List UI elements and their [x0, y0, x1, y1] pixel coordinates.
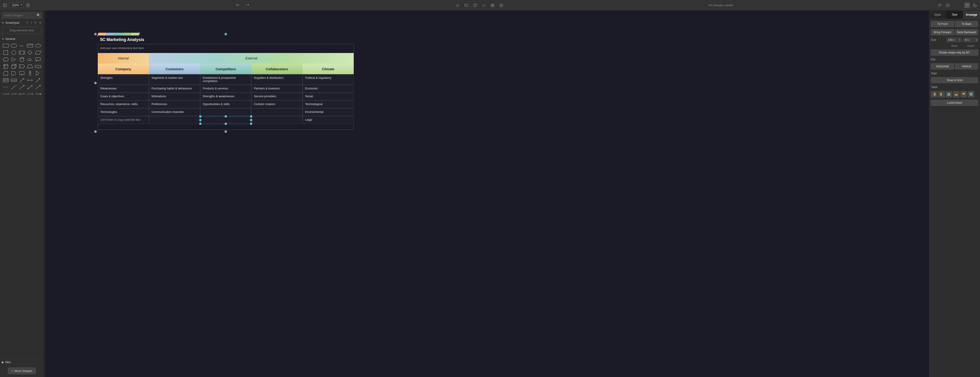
general-header[interactable]: ▼ General — [0, 36, 44, 41]
shape-connector-3[interactable] — [18, 91, 25, 97]
comment-icon[interactable] — [945, 3, 950, 8]
delete-row-icon[interactable]: ✕ — [968, 91, 974, 97]
tab-style[interactable]: Style — [929, 11, 946, 19]
shape-cube[interactable] — [10, 63, 17, 69]
stepper-up-icon[interactable]: ▲ — [975, 38, 977, 40]
table-cell[interactable]: Preferences — [149, 100, 200, 108]
col-climate[interactable]: Climate — [302, 63, 354, 74]
stepper-down-icon[interactable]: ▼ — [975, 40, 977, 41]
zoom-select[interactable]: 100% — [10, 3, 23, 8]
tab-text[interactable]: Text — [946, 11, 963, 19]
selection-handle[interactable] — [94, 33, 97, 35]
magic-icon[interactable] — [964, 3, 970, 8]
stepper-down-icon[interactable]: ▼ — [959, 40, 961, 41]
redo-icon[interactable] — [245, 3, 250, 8]
shape-hexagon[interactable] — [2, 57, 9, 62]
table-cell[interactable]: Strengths — [98, 74, 149, 85]
selection-handle[interactable] — [199, 116, 201, 117]
shape-card[interactable] — [2, 71, 9, 76]
collapse-icon[interactable]: ▼ — [2, 38, 4, 40]
table-cell[interactable]: Resources, experience, skills — [98, 100, 149, 108]
help-icon[interactable]: ? — [26, 21, 29, 24]
shape-connector-2[interactable] — [10, 91, 17, 97]
diagram[interactable]: 5C Marketing Analysis Add your own intro… — [98, 35, 354, 124]
height-input[interactable]: 42pt▲▼ — [963, 38, 978, 42]
shape-or[interactable] — [35, 71, 41, 76]
header-external[interactable]: External — [149, 53, 354, 63]
rotate-button[interactable]: Rotate shape only by 90° — [931, 49, 978, 55]
shape-diamond[interactable] — [27, 50, 33, 55]
rectangle-tool-icon[interactable] — [463, 3, 469, 8]
shape-connector-5[interactable] — [35, 91, 41, 97]
shape-line-arrow[interactable] — [18, 84, 25, 90]
shape-triangle[interactable] — [10, 57, 17, 62]
shape-internal-storage[interactable] — [2, 63, 9, 69]
canvas[interactable]: 5C Marketing Analysis Add your own intro… — [45, 11, 929, 377]
col-company[interactable]: Company — [98, 63, 149, 74]
scratchpad-header[interactable]: ▼ Scratchpad ? + ✎ ✕ — [0, 20, 44, 25]
add-shape-icon[interactable] — [498, 3, 504, 8]
selection-handle[interactable] — [250, 116, 252, 117]
selection-handle[interactable] — [225, 123, 227, 125]
tab-arrange[interactable]: Arrange — [963, 11, 980, 19]
collapse-icon[interactable]: ▼ — [2, 22, 4, 24]
shape-connector-1[interactable] — [2, 91, 9, 97]
insert-row-below-icon[interactable]: ↓ — [960, 91, 967, 97]
table-cell[interactable]: Purchasing habits & behaviours — [149, 85, 200, 93]
shape-textbox[interactable] — [27, 43, 33, 48]
misc-header[interactable]: ▶Misc — [0, 359, 44, 365]
table-cell[interactable]: Technologies — [98, 108, 149, 116]
scratchpad-drop[interactable]: Drag elements here — [2, 27, 41, 34]
table-cell[interactable]: Communication channels — [149, 108, 200, 116]
shape-arrow-both[interactable] — [27, 78, 33, 83]
shape-cloud[interactable] — [27, 57, 33, 62]
insert-col-right-icon[interactable]: → — [938, 91, 945, 97]
shape-circle[interactable] — [10, 50, 17, 55]
delete-col-icon[interactable]: ✕ — [946, 91, 952, 97]
table-cell[interactable]: Established & prospective competitors — [200, 74, 251, 85]
table-cell[interactable]: Partners & investors — [251, 85, 302, 93]
diagram-intro[interactable]: Add your own introductory text here — [98, 44, 354, 53]
shape-connector-4[interactable] — [27, 91, 33, 97]
shape-arrow-up[interactable] — [35, 78, 41, 83]
table-cell[interactable] — [251, 108, 302, 116]
table-cell[interactable]: Economic — [302, 85, 354, 93]
selection-handle[interactable] — [94, 130, 97, 133]
flip-vertical-button[interactable]: Vertical — [955, 63, 978, 70]
shape-callout[interactable] — [35, 57, 41, 62]
edit-icon[interactable]: ✎ — [34, 21, 37, 24]
share-icon[interactable] — [937, 3, 943, 8]
shape-note[interactable] — [18, 71, 25, 76]
selection-handle[interactable] — [224, 33, 227, 35]
selection-handle[interactable] — [225, 116, 227, 117]
selection-handle[interactable] — [94, 82, 97, 84]
more-shapes-button[interactable]: +More Shapes — [8, 367, 36, 374]
table-cell[interactable]: Strengths & weaknesses — [200, 93, 251, 100]
shape-tape[interactable] — [35, 63, 41, 69]
shape-square[interactable] — [2, 50, 9, 55]
shape-line-bidir[interactable] — [27, 84, 33, 90]
shape-cylinder[interactable] — [18, 57, 25, 62]
shape-list[interactable] — [2, 78, 9, 83]
shape-text[interactable]: Text — [18, 43, 25, 48]
insert-row-above-icon[interactable]: ↑ — [953, 91, 959, 97]
table-cell[interactable]: Technological — [302, 100, 354, 108]
selection-handle[interactable] — [199, 123, 201, 125]
table-cell[interactable]: Political & regulatory — [302, 74, 354, 85]
table-cell[interactable]: Ctrl+Enter to copy selected line — [98, 116, 149, 124]
insert-col-left-icon[interactable]: ← — [931, 91, 937, 97]
header-internal[interactable]: Internal — [98, 53, 149, 63]
table-cell[interactable]: Weaknesses — [98, 85, 149, 93]
table-cell[interactable] — [200, 108, 251, 116]
width-input[interactable]: 240pt▲▼ — [947, 38, 962, 42]
table-cell[interactable]: Products & services — [200, 85, 251, 93]
table-cell[interactable]: Opportunities & skills — [200, 100, 251, 108]
search-input[interactable] — [2, 13, 42, 19]
text-tool-icon[interactable]: A — [455, 3, 460, 8]
table-cell[interactable]: Segments & market size — [149, 74, 200, 85]
col-competitors[interactable]: Competitors — [200, 63, 251, 74]
diagram-title[interactable]: 5C Marketing Analysis — [98, 35, 354, 44]
sidebar-toggle-icon[interactable] — [2, 3, 8, 8]
flip-horizontal-button[interactable]: Horizontal — [931, 63, 954, 70]
table-cell[interactable]: Social — [302, 93, 354, 100]
